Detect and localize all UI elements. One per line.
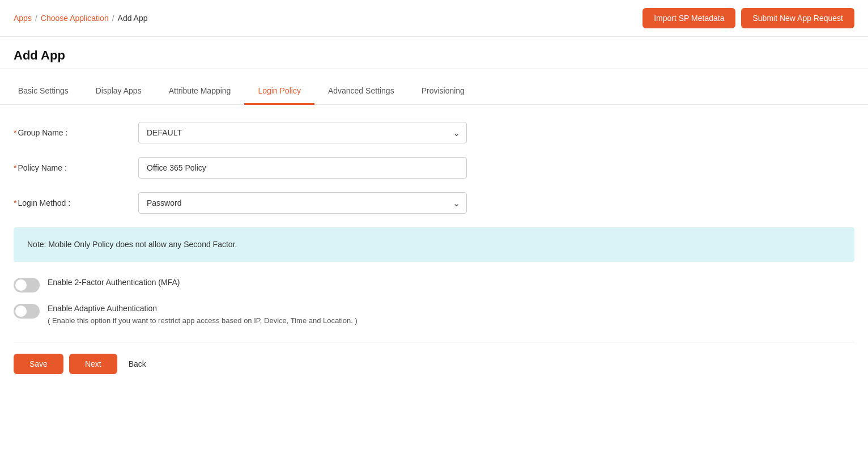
page-title-section: Add App [0, 37, 868, 69]
mfa-toggle-wrapper: Enable 2-Factor Authentication (MFA) [48, 278, 180, 287]
adaptive-toggle-slider [14, 304, 40, 319]
next-button[interactable]: Next [69, 354, 117, 374]
group-name-select[interactable]: DEFAULT Group A Group B [138, 122, 467, 143]
adaptive-sublabel: ( Enable this option if you want to rest… [48, 316, 358, 325]
login-method-label: *Login Method : [14, 198, 138, 207]
mfa-label: Enable 2-Factor Authentication (MFA) [48, 278, 180, 287]
tab-display-apps[interactable]: Display Apps [82, 78, 155, 105]
adaptive-label: Enable Adaptive Authentication [48, 304, 358, 313]
tab-advanced-settings[interactable]: Advanced Settings [314, 78, 408, 105]
tabs-bar: Basic Settings Display Apps Attribute Ma… [0, 78, 868, 105]
save-button[interactable]: Save [14, 354, 63, 374]
main-content: *Group Name : DEFAULT Group A Group B ⌄ … [0, 105, 868, 391]
login-method-row: *Login Method : Password OTP SSO ⌄ [14, 192, 854, 214]
tab-provisioning[interactable]: Provisioning [408, 78, 478, 105]
mfa-toggle[interactable] [14, 278, 40, 292]
login-method-control: Password OTP SSO ⌄ [138, 192, 467, 214]
policy-name-row: *Policy Name : [14, 157, 854, 179]
title-divider [0, 69, 868, 69]
policy-name-label: *Policy Name : [14, 163, 138, 172]
note-text: Note: Mobile Only Policy does not allow … [27, 240, 237, 249]
group-name-control: DEFAULT Group A Group B ⌄ [138, 122, 467, 143]
breadcrumb: Apps / Choose Application / Add App [14, 14, 148, 23]
breadcrumb-current: Add App [118, 14, 148, 23]
login-method-required-star: * [14, 198, 16, 207]
note-box: Note: Mobile Only Policy does not allow … [14, 227, 854, 262]
import-sp-metadata-button[interactable]: Import SP Metadata [643, 8, 735, 28]
adaptive-toggle-row: Enable Adaptive Authentication ( Enable … [14, 304, 854, 325]
breadcrumb-apps-link[interactable]: Apps [14, 14, 32, 23]
page-title: Add App [14, 48, 854, 63]
breadcrumb-sep2: / [112, 14, 114, 23]
group-name-select-wrapper: DEFAULT Group A Group B ⌄ [138, 122, 467, 143]
policy-name-required-star: * [14, 163, 16, 172]
group-name-label: *Group Name : [14, 128, 138, 137]
group-name-required-star: * [14, 128, 16, 137]
tab-login-policy[interactable]: Login Policy [244, 78, 314, 105]
breadcrumb-choose-app-link[interactable]: Choose Application [41, 14, 109, 23]
adaptive-toggle-wrapper: Enable Adaptive Authentication ( Enable … [48, 304, 358, 325]
policy-name-control [138, 157, 467, 179]
tab-attribute-mapping[interactable]: Attribute Mapping [155, 78, 245, 105]
breadcrumb-sep1: / [35, 14, 37, 23]
header: Apps / Choose Application / Add App Impo… [0, 0, 868, 37]
tab-basic-settings[interactable]: Basic Settings [14, 78, 82, 105]
mfa-toggle-row: Enable 2-Factor Authentication (MFA) [14, 278, 854, 292]
policy-name-input[interactable] [138, 157, 467, 179]
group-name-row: *Group Name : DEFAULT Group A Group B ⌄ [14, 122, 854, 143]
back-button[interactable]: Back [123, 354, 152, 374]
footer-buttons: Save Next Back [14, 342, 854, 374]
header-buttons: Import SP Metadata Submit New App Reques… [643, 8, 854, 28]
adaptive-toggle[interactable] [14, 304, 40, 319]
login-method-select-wrapper: Password OTP SSO ⌄ [138, 192, 467, 214]
mfa-toggle-slider [14, 278, 40, 292]
submit-new-app-request-button[interactable]: Submit New App Request [741, 8, 854, 28]
login-method-select[interactable]: Password OTP SSO [138, 192, 467, 214]
